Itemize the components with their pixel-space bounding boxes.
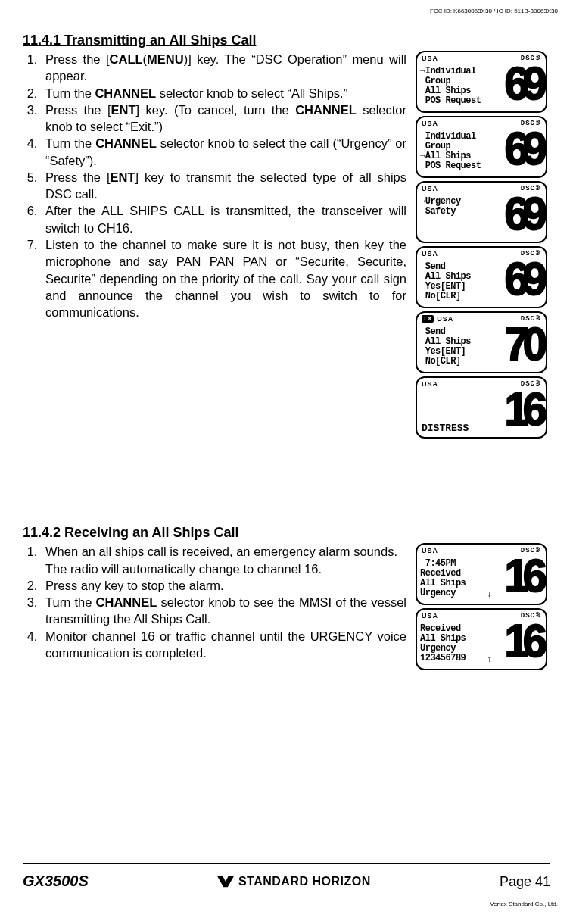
lcd-menu-text: →Individual Group All Ships POS Request xyxy=(420,64,504,111)
instruction-step: Turn the CHANNEL selector knob to select… xyxy=(41,135,406,169)
tx-indicator-icon: TX xyxy=(422,315,434,323)
instruction-step: Monitor channel 16 or traffic channel un… xyxy=(41,628,406,662)
lcd-menu-text: →Urgency Safety xyxy=(420,194,504,241)
instruction-step: Listen to the channel to make sure it is… xyxy=(41,236,406,320)
instruction-step: Turn the CHANNEL selector knob to select… xyxy=(41,85,406,101)
lcd-channel-number: 16 xyxy=(504,555,543,604)
lcd-region-label: USA xyxy=(437,314,453,323)
lcd-region-label: USA xyxy=(422,119,438,128)
section-2-heading: 11.4.2 Receiving an All Ships Call xyxy=(23,523,550,542)
lcd-region-label: USA xyxy=(422,249,438,258)
lcd-menu-text: Send All Ships Yes[ENT] No[CLR] xyxy=(420,259,504,306)
section-1-heading: 11.4.1 Transmitting an All Ships Call xyxy=(23,31,550,49)
instruction-step: Press the [CALL(MENU)] key. The “DSC Ope… xyxy=(41,51,406,85)
brand-logo-icon xyxy=(217,876,234,888)
lcd-channel-number: 69 xyxy=(504,193,543,242)
lcd-channel-number: 16 xyxy=(504,389,543,438)
lcd-channel-number: 69 xyxy=(504,258,543,307)
footer-brand-text: STANDARD HORIZON xyxy=(238,873,371,890)
lcd-display: USADSC⋑Received All Ships Urgency 123456… xyxy=(416,608,547,670)
arrow-up-icon: ↑ xyxy=(487,654,492,666)
header-fine-print: FCC ID: K6630063X30 / IC ID: 511B-30063X… xyxy=(23,8,558,16)
lcd-display: USADSC⋑ Send All Ships Yes[ENT] No[CLR]6… xyxy=(416,246,547,308)
section-2-lcd-column: USADSC⋑ 7:45PM Received All Ships Urgenc… xyxy=(416,543,550,673)
lcd-region-label: USA xyxy=(422,546,438,555)
instruction-step: After the ALL SHIPS CALL is transmitted,… xyxy=(41,202,406,236)
page-footer: GX3500S STANDARD HORIZON Page 41 Vertex … xyxy=(23,863,550,909)
lcd-channel-number: 70 xyxy=(504,323,543,373)
instruction-step: Press the [ENT] key. (To cancel, turn th… xyxy=(41,101,406,136)
section-2-text: When an all ships call is received, an e… xyxy=(23,543,406,661)
footer-page-number: Page 41 xyxy=(500,872,550,891)
lcd-display: USADSC⋑→Urgency Safety69 xyxy=(416,181,547,243)
lcd-menu-text: Send All Ships Yes[ENT] No[CLR] xyxy=(420,324,504,371)
lcd-display: TXUSADSC⋑ Send All Ships Yes[ENT] No[CLR… xyxy=(416,311,547,373)
lcd-region-label: USA xyxy=(422,54,438,63)
section-1-text: Press the [CALL(MENU)] key. The “DSC Ope… xyxy=(23,51,406,320)
lcd-channel-number: 69 xyxy=(504,128,543,177)
lcd-channel-number: 16 xyxy=(504,620,543,670)
lcd-region-label: USA xyxy=(422,611,438,620)
footer-brand: STANDARD HORIZON xyxy=(217,873,371,890)
lcd-display: USADSC⋑→Individual Group All Ships POS R… xyxy=(416,51,547,113)
lcd-display: USADSC⋑ Individual Group →All Ships POS … xyxy=(416,116,547,178)
lcd-bottom-label: DISTRESS xyxy=(422,422,469,435)
lcd-display: USADSC⋑16DISTRESS xyxy=(416,376,547,439)
footer-fine-print: Vertex Standard Co., Ltd. xyxy=(23,901,558,909)
lcd-menu-text: Individual Group →All Ships POS Request xyxy=(420,129,504,176)
instruction-step: Press any key to stop the alarm. xyxy=(41,577,406,594)
instruction-step: When an all ships call is received, an e… xyxy=(41,543,406,577)
instruction-step: Turn the CHANNEL selector knob to see th… xyxy=(41,594,406,628)
lcd-channel-number: 69 xyxy=(504,63,543,112)
lcd-display: USADSC⋑ 7:45PM Received All Ships Urgenc… xyxy=(416,543,547,605)
section-1-lcd-column: USADSC⋑→Individual Group All Ships POS R… xyxy=(416,51,550,442)
footer-model: GX3500S xyxy=(23,871,89,891)
arrow-down-icon: ↓ xyxy=(487,588,492,601)
lcd-region-label: USA xyxy=(422,379,438,389)
instruction-step: Press the [ENT] key to transmit the sele… xyxy=(41,169,406,203)
lcd-region-label: USA xyxy=(422,184,438,193)
